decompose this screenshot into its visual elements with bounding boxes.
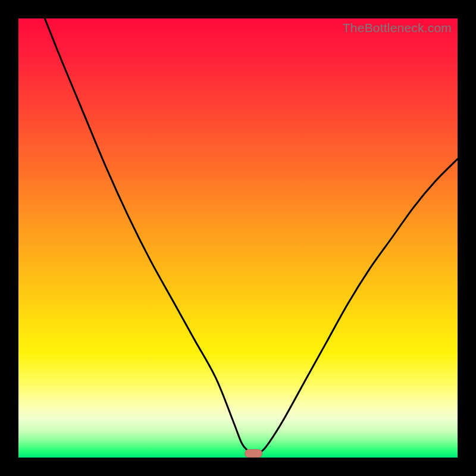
optimal-marker	[245, 449, 262, 458]
chart-frame: TheBottleneck.com	[0, 0, 476, 476]
bottleneck-curve	[18, 18, 458, 458]
curve-path	[45, 18, 458, 454]
plot-area: TheBottleneck.com	[18, 18, 458, 458]
